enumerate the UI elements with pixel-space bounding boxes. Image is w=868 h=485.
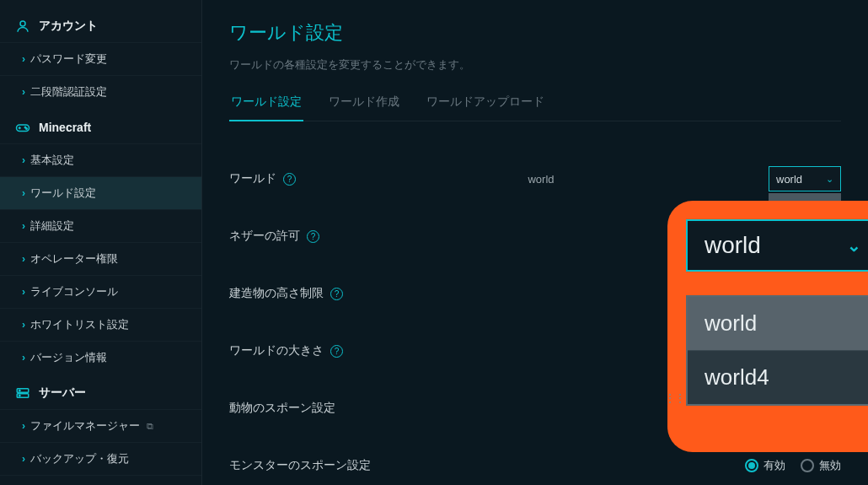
setting-label: ネザーの許可 — [229, 229, 300, 244]
callout-select-value: world — [705, 232, 761, 259]
chevron-right-icon: › — [22, 253, 25, 265]
sidebar-header-account[interactable]: アカウント — [0, 10, 201, 42]
sidebar-item-label: ライブコンソール — [30, 284, 118, 299]
help-icon[interactable]: ? — [307, 230, 319, 243]
radio-label: 有効 — [764, 458, 785, 473]
chevron-down-icon: ⌄ — [847, 235, 861, 256]
sidebar-header-server[interactable]: サーバー — [0, 377, 201, 409]
server-icon — [15, 385, 30, 401]
sidebar-item-filemanager[interactable]: › ファイルマネージャー ⧉ — [0, 409, 201, 442]
sidebar-header-label: サーバー — [39, 385, 86, 401]
callout-dropdown: world world4 — [686, 295, 868, 406]
chevron-right-icon: › — [22, 86, 25, 98]
chevron-right-icon: › — [22, 286, 25, 298]
sidebar-item-backup[interactable]: › バックアップ・復元 — [0, 442, 201, 475]
sidebar-header-minecraft[interactable]: Minecraft — [0, 111, 201, 143]
setting-label: 動物のスポーン設定 — [229, 401, 335, 416]
sidebar-item-label: パスワード変更 — [30, 51, 107, 67]
tab-world-settings[interactable]: ワールド設定 — [229, 94, 303, 121]
help-icon[interactable]: ? — [330, 345, 343, 358]
radio-icon — [801, 459, 814, 472]
sidebar-item-domain[interactable]: › ドメイン設定 — [0, 475, 201, 485]
sidebar-item-label: オペレーター権限 — [30, 251, 118, 267]
chevron-right-icon: › — [22, 187, 25, 199]
tabs: ワールド設定 ワールド作成 ワールドアップロード — [229, 94, 841, 121]
sidebar-item-label: バックアップ・復元 — [30, 451, 129, 466]
setting-label: 建造物の高さ制限 — [229, 286, 324, 301]
tab-world-create[interactable]: ワールド作成 — [327, 94, 401, 121]
resize-handle-icon: ⋮⋮ — [664, 391, 684, 405]
chevron-right-icon: › — [22, 154, 25, 166]
setting-label: ワールド — [229, 171, 276, 186]
sidebar-item-whitelist[interactable]: › ホワイトリスト設定 — [0, 308, 201, 341]
setting-current: world — [406, 173, 676, 186]
page-title: ワールド設定 — [229, 20, 841, 46]
chevron-right-icon: › — [22, 53, 25, 65]
sidebar-item-console[interactable]: › ライブコンソール — [0, 275, 201, 308]
svg-point-0 — [20, 21, 25, 26]
callout-option[interactable]: world — [688, 297, 868, 351]
chevron-right-icon: › — [22, 453, 25, 465]
chevron-right-icon: › — [22, 319, 25, 331]
sidebar-item-world[interactable]: › ワールド設定 — [0, 176, 201, 209]
sidebar-item-version[interactable]: › バージョン情報 — [0, 341, 201, 374]
sidebar-item-label: ワールド設定 — [30, 186, 96, 201]
svg-point-6 — [19, 390, 21, 391]
sidebar-item-label: 詳細設定 — [30, 218, 74, 234]
setting-label: ワールドの大きさ — [229, 343, 324, 358]
svg-point-3 — [26, 128, 28, 130]
radio-icon — [745, 459, 758, 472]
callout-option[interactable]: world4 — [688, 351, 868, 404]
setting-label: モンスターのスポーン設定 — [229, 458, 371, 473]
sidebar-header-label: アカウント — [39, 19, 98, 34]
radio-off[interactable]: 無効 — [801, 458, 841, 473]
world-select[interactable]: world ⌄ world world4 — [769, 166, 841, 191]
gamepad-icon — [15, 120, 30, 135]
main-panel: ワールド設定 ワールドの各種設定を変更することができます。 ワールド設定 ワール… — [202, 0, 868, 485]
help-icon[interactable]: ? — [330, 288, 343, 300]
sidebar-item-label: ホワイトリスト設定 — [30, 317, 129, 332]
sidebar-item-basic[interactable]: › 基本設定 — [0, 143, 201, 176]
callout-bubble: world ⌄ world world4 ⋮⋮ — [667, 201, 868, 452]
sidebar-item-label: バージョン情報 — [30, 350, 107, 365]
sidebar-item-operator[interactable]: › オペレーター権限 — [0, 242, 201, 275]
sidebar-item-label: 二段階認証設定 — [30, 84, 107, 100]
sidebar-item-password[interactable]: › パスワード変更 — [0, 42, 201, 75]
setting-row-world: ワールド ? world world ⌄ world world4 — [229, 150, 841, 207]
chevron-down-icon: ⌄ — [826, 174, 833, 185]
radio-on[interactable]: 有効 — [745, 458, 785, 473]
sidebar-item-label: 基本設定 — [30, 153, 74, 168]
chevron-right-icon: › — [22, 352, 25, 364]
page-subtitle: ワールドの各種設定を変更することができます。 — [229, 57, 841, 73]
radio-label: 無効 — [819, 458, 841, 473]
sidebar: アカウント › パスワード変更 › 二段階認証設定 Minecraft › 基本… — [0, 0, 202, 485]
sidebar-header-label: Minecraft — [39, 121, 91, 134]
sidebar-item-label: ファイルマネージャー — [30, 418, 140, 434]
sidebar-item-2fa[interactable]: › 二段階認証設定 — [0, 75, 201, 108]
svg-point-7 — [19, 395, 21, 396]
callout-select[interactable]: world ⌄ — [686, 219, 868, 272]
user-icon — [15, 19, 30, 34]
help-icon[interactable]: ? — [283, 173, 296, 186]
select-value: world — [776, 173, 802, 186]
sidebar-item-detail[interactable]: › 詳細設定 — [0, 209, 201, 242]
tab-world-upload[interactable]: ワールドアップロード — [425, 94, 546, 121]
chevron-right-icon: › — [22, 220, 25, 232]
chevron-right-icon: › — [22, 420, 25, 432]
external-link-icon: ⧉ — [147, 421, 153, 432]
